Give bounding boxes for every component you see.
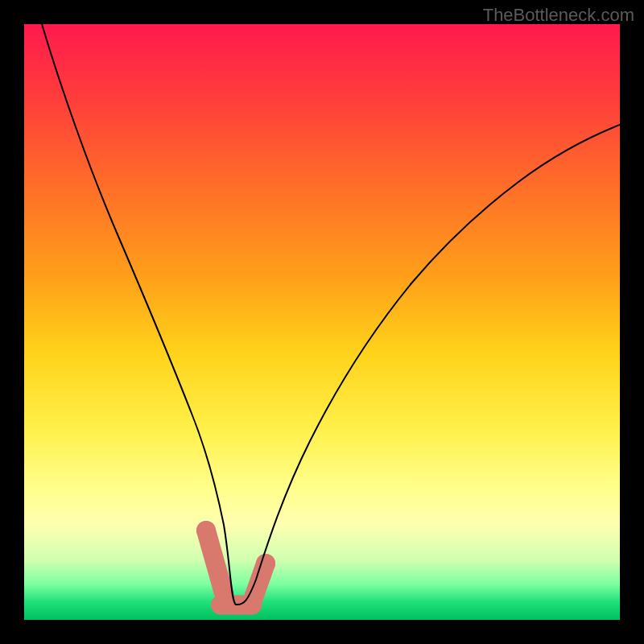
- bottleneck-curve: [42, 24, 620, 605]
- optimal-range-markers: [196, 521, 275, 605]
- plot-area: [24, 24, 620, 620]
- chart-svg: [24, 24, 620, 620]
- svg-point-0: [196, 521, 216, 540]
- optimal-segment-left: [206, 530, 224, 593]
- watermark-text: TheBottleneck.com: [483, 5, 634, 26]
